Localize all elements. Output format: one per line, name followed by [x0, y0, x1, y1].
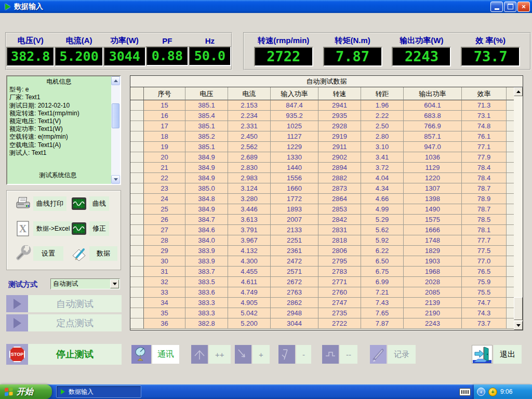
test-mode-label: 测试方式 — [8, 280, 37, 289]
table-row[interactable]: 23 385.0 3.124 1660 2873 4.34 1307 78.7 — [130, 183, 523, 194]
table-row[interactable]: 30 383.9 4.300 2472 2795 6.50 1903 77.0 — [130, 256, 523, 267]
table-row[interactable]: 19 385.1 2.562 1229 2911 3.10 947.0 77.1 — [130, 142, 523, 152]
meter-lcd-value: 73.7 — [461, 47, 520, 66]
table-row[interactable]: 18 385.2 2.450 1127 2919 2.80 857.1 76.1 — [130, 131, 523, 142]
restore-button[interactable] — [504, 2, 516, 12]
record-button[interactable]: 记录 — [370, 345, 416, 364]
meter: 电流(A) 5.200 — [55, 36, 103, 66]
data-to-excel-button[interactable]: X 数据->Excel — [14, 220, 73, 237]
meter-lcd-value: 0.88 — [146, 46, 189, 66]
table-row[interactable]: 27 384.6 3.791 2133 2831 5.62 1666 78.1 — [130, 225, 523, 235]
increase-button[interactable]: + — [235, 345, 270, 364]
meter: 效 率(%) 73.7 — [461, 36, 520, 66]
table-row[interactable]: 24 384.8 3.280 1772 2864 4.66 1398 78.9 — [130, 194, 523, 204]
meter-lcd-value: 7.87 — [323, 47, 382, 66]
keyboard-tray-icon[interactable] — [459, 388, 471, 396]
motor-info-line: 空载电流: Text1(A) — [9, 141, 109, 149]
table-row[interactable]: 34 383.3 4.905 2862 2747 7.43 2139 74.7 — [130, 298, 523, 308]
meter-lcd-value: 50.0 — [189, 46, 231, 66]
meter-lcd-value: 2722 — [254, 47, 313, 66]
printer-icon — [14, 195, 32, 212]
comm-button[interactable]: 通讯 — [131, 345, 179, 364]
decrease-fast-button[interactable]: -- — [322, 345, 357, 364]
data-button[interactable]: 数据 — [70, 245, 117, 262]
table-row[interactable]: 28 384.0 3.967 2251 2818 5.92 1748 77.7 — [130, 235, 523, 246]
table-row[interactable]: 36 382.8 5.200 3044 2722 7.87 2243 73.7 — [130, 318, 523, 329]
exit-button[interactable]: 退出 — [472, 345, 522, 364]
motor-info-panel: 电机信息 型号: e厂家: Text1测试日期: 2012-02-10额定转速:… — [6, 75, 121, 185]
settings-button[interactable]: 设置 — [14, 245, 63, 262]
auto-test-data-table: 自动测试数据 序号电压电流输入功率转速转距输出功率效率 15 385.1 2.1… — [130, 75, 523, 330]
table-row[interactable]: 32 383.5 4.611 2672 2771 6.99 2028 75.9 — [130, 277, 523, 287]
table-row[interactable]: 17 385.1 2.331 1025 2928 2.50 766.9 74.8 — [130, 121, 523, 131]
curve-button[interactable]: 曲线 — [70, 195, 109, 212]
increase-fast-button[interactable]: ++ — [191, 345, 231, 364]
stop-test-button[interactable]: STOP 停止测试 — [6, 344, 122, 365]
meter: PF 0.88 — [146, 36, 189, 66]
oscilloscope-icon — [70, 195, 88, 212]
motor-info-line: 型号: e — [9, 86, 109, 94]
play-icon — [6, 295, 28, 312]
table-scrollbar[interactable] — [514, 87, 523, 330]
satellite-icon — [131, 345, 151, 364]
motor-info-line: 厂家: Text1 — [9, 94, 109, 101]
up-arrow-icon — [191, 345, 208, 364]
auto-test-button[interactable]: 自动测试 — [6, 295, 122, 312]
meter-label: PF — [162, 36, 172, 45]
window-titlebar: 数据输入 × — [0, 0, 532, 13]
windows-logo-icon — [4, 387, 14, 396]
curve-print-label: 曲线打印 — [33, 196, 66, 211]
meter-label: 转矩(N.m) — [335, 36, 370, 46]
table-scroll-thumb[interactable] — [514, 297, 523, 320]
table-row[interactable]: 21 384.9 2.830 1440 2894 3.72 1129 78.4 — [130, 163, 523, 173]
stop-test-label: 停止测试 — [28, 344, 122, 365]
decrease-label: - — [296, 345, 311, 364]
scroll-up-icon[interactable] — [111, 76, 120, 85]
table-row[interactable]: 25 384.9 3.446 1893 2853 4.99 1490 78.7 — [130, 204, 523, 215]
auto-test-label: 自动测试 — [28, 295, 122, 312]
taskbar-task-button[interactable]: 数据输入 — [56, 385, 141, 398]
test-mode-select[interactable]: 自动测试 — [50, 278, 120, 289]
table-row[interactable]: 22 384.9 2.983 1556 2882 4.04 1220 78.4 — [130, 173, 523, 183]
data-label: 数据 — [89, 246, 117, 261]
record-pencil-icon — [370, 345, 387, 364]
motor-info-line: 额定电压: Text1(V) — [9, 117, 109, 125]
taskbar: 开始 数据输入 ‹ + 9:06 — [0, 384, 532, 399]
meter-lcd-value: 382.8 — [6, 47, 55, 66]
down-bend-arrow-icon — [235, 345, 251, 364]
start-button[interactable]: 开始 — [0, 384, 52, 399]
exit-label: 退出 — [494, 345, 522, 364]
scroll-down-icon[interactable] — [111, 175, 120, 184]
scroll-thumb[interactable] — [112, 103, 119, 128]
table-row[interactable]: 33 383.6 4.749 2763 2760 7.21 2085 75.5 — [130, 287, 523, 298]
column-header: 电流 — [228, 87, 271, 100]
table-row[interactable]: 31 383.7 4.455 2571 2783 6.75 1968 76.5 — [130, 267, 523, 277]
exit-door-icon — [472, 345, 493, 364]
table-row[interactable]: 16 385.4 2.234 935.2 2935 2.22 683.8 73.… — [130, 111, 523, 121]
table-scroll-up-icon[interactable] — [514, 87, 523, 96]
tray-update-icon[interactable]: + — [488, 388, 497, 396]
table-row[interactable]: 26 384.7 3.613 2007 2842 5.29 1575 78.5 — [130, 215, 523, 225]
minimize-button[interactable] — [490, 2, 503, 12]
meter-panel-electrical: 电压(V) 382.8 电流(A) 5.200 功率(W) 3044 PF 0.… — [5, 32, 232, 70]
fixed-point-test-button[interactable]: 定点测试 — [6, 314, 122, 331]
table-scroll-down-icon[interactable] — [514, 321, 523, 330]
meter-label: 效 率(%) — [475, 36, 506, 46]
table-row[interactable]: 35 383.3 5.042 2948 2735 7.65 2190 74.3 — [130, 308, 523, 318]
table-row[interactable]: 20 384.9 2.689 1330 2902 3.41 1036 77.9 — [130, 152, 523, 163]
meter-label: Hz — [205, 36, 215, 45]
motor-info-title: 电机信息 — [9, 78, 109, 86]
step-icon — [322, 345, 339, 364]
table-row[interactable]: 15 385.1 2.153 847.4 2941 1.96 604.1 71.… — [130, 100, 523, 111]
decrease-button[interactable]: - — [278, 345, 311, 364]
close-button[interactable]: × — [517, 2, 530, 12]
tray-collapse-icon[interactable]: ‹ — [477, 388, 485, 396]
revise-button[interactable]: 修正 — [70, 220, 109, 237]
meter-lcd-value: 5.200 — [55, 47, 103, 66]
meter-panel-mechanical: 转速(rmp/min) 2722 转矩(N.m) 7.87 输出功率(W) 22… — [243, 32, 531, 70]
info-scrollbar[interactable] — [111, 76, 120, 184]
curve-print-button[interactable]: 曲线打印 — [14, 195, 66, 212]
pencil-note-icon — [70, 245, 88, 262]
combo-dropdown-icon[interactable] — [110, 280, 119, 288]
table-row[interactable]: 29 383.9 4.132 2361 2806 6.22 1829 77.5 — [130, 246, 523, 256]
